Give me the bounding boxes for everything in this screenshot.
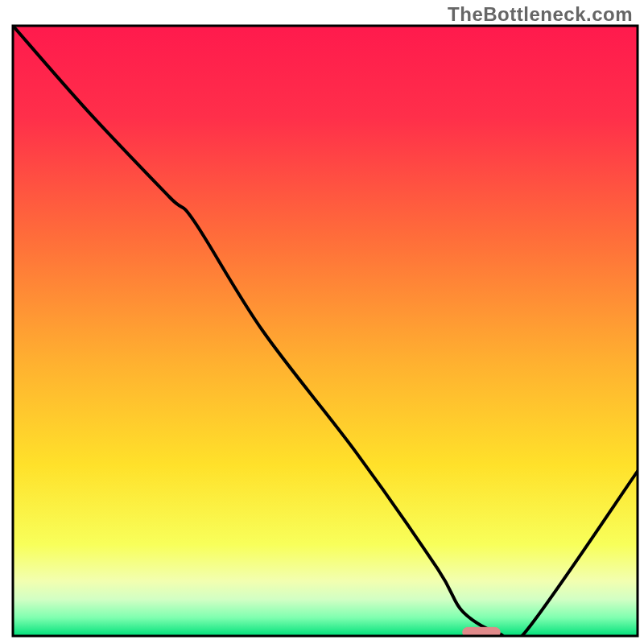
gradient-background bbox=[13, 26, 638, 636]
bottleneck-chart bbox=[0, 0, 644, 644]
